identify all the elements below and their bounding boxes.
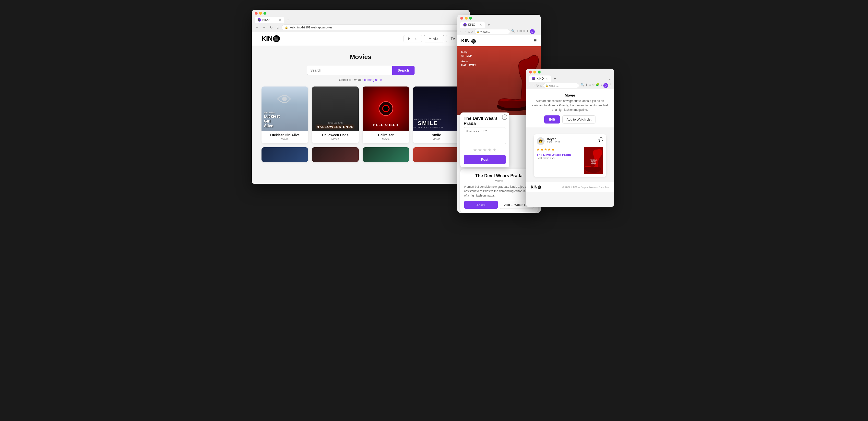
movie-type-luckiest: Movie xyxy=(265,138,305,141)
second-forward[interactable]: → xyxy=(464,30,467,34)
movie-card-hellraiser[interactable]: HELLRAISER Hellraiser Movie xyxy=(363,86,409,143)
home-button[interactable]: ⌂ xyxy=(276,25,280,30)
third-minimize-button[interactable] xyxy=(533,71,536,74)
second-more-icon[interactable]: ⋮ xyxy=(536,29,539,34)
third-bookmark-icon[interactable]: ☆ xyxy=(592,83,595,88)
coming-soon-link[interactable]: coming soon xyxy=(364,78,382,82)
svg-text:WEARS: WEARS xyxy=(591,161,596,163)
second-address-bar[interactable]: 🔒 watch... xyxy=(474,29,510,34)
movie-title-hellraiser: Hellraiser xyxy=(366,133,406,137)
third-share-icon[interactable]: ⬆ xyxy=(585,83,588,88)
third-new-tab[interactable]: + xyxy=(552,77,558,81)
review-textarea[interactable] xyxy=(464,127,506,144)
comment-icon: 💬 xyxy=(598,137,603,142)
refresh-button[interactable]: ↻ xyxy=(269,25,274,30)
review-comment: Best move ever xyxy=(537,157,581,160)
edit-button[interactable]: Edit xyxy=(544,115,560,123)
third-window-controls xyxy=(529,71,611,74)
post-review-button[interactable]: Post xyxy=(464,155,506,164)
second-active-tab[interactable]: 🎬 KINO ✕ xyxy=(460,22,485,28)
movie-card-luckiest[interactable]: 👁 Mila Kunis LuckiestGirlAlive Luckiest … xyxy=(261,86,308,143)
second-profile-avatar[interactable]: D xyxy=(530,29,535,34)
window-controls xyxy=(255,12,467,15)
second-back[interactable]: ← xyxy=(459,30,463,34)
star-5[interactable]: ★ xyxy=(493,147,497,153)
third-refresh[interactable]: ↻ xyxy=(536,84,539,87)
back-button[interactable]: ← xyxy=(254,25,259,30)
third-profile-avatar[interactable]: D xyxy=(603,83,608,88)
star-3[interactable]: ★ xyxy=(483,147,487,153)
mobile-logo: KIN 🎬 xyxy=(461,38,476,44)
home-nav-link[interactable]: Home xyxy=(404,35,422,43)
minimize-button[interactable] xyxy=(259,12,262,15)
movies-nav-link[interactable]: Movies xyxy=(424,35,444,43)
movie-card-smile[interactable]: ONCE YOU SEE IT IT'S TOO LATE SMILE ONLY… xyxy=(413,86,460,143)
poster-partial-4 xyxy=(413,147,460,162)
hamburger-icon[interactable]: ≡ xyxy=(534,38,537,43)
third-tab-close[interactable]: ✕ xyxy=(546,77,548,80)
review-star-3: ★ xyxy=(544,147,547,151)
third-browser-window: 🎬 KINO ✕ + ⌄ ← → ↻ ⌂ 🔒 watch... 🔍 xyxy=(526,68,614,207)
svg-text:THE DEVIL: THE DEVIL xyxy=(590,159,597,161)
second-share-icon[interactable]: ⬆ xyxy=(516,29,518,34)
second-home[interactable]: ⌂ xyxy=(471,30,473,34)
third-more-icon[interactable]: ⋮ xyxy=(609,83,612,88)
third-address-bar[interactable]: 🔒 watch... xyxy=(543,83,579,88)
star-rating[interactable]: ★ ★ ★ ★ ★ xyxy=(464,147,506,153)
second-bookmark-icon[interactable]: ☆ xyxy=(523,29,525,34)
second-downloads-icon[interactable]: ⬇ xyxy=(526,29,529,34)
maximize-button[interactable] xyxy=(264,12,267,15)
second-new-tab[interactable]: + xyxy=(486,23,491,27)
poster-partial-3 xyxy=(363,147,409,162)
third-toolbar: ← → ↻ ⌂ 🔒 watch... 🔍 ⬆ ⊞ ☆ 🧩 ≡ D ⋮ xyxy=(526,82,614,89)
third-tab-favicon: 🎬 xyxy=(532,77,535,80)
close-button[interactable] xyxy=(255,12,257,15)
second-tab-icon[interactable]: ⊞ xyxy=(519,29,522,34)
anne-hathaway-label: AnneHATHAWAY xyxy=(461,60,476,67)
star-1[interactable]: ★ xyxy=(473,147,477,153)
third-search-icon[interactable]: 🔍 xyxy=(581,83,584,88)
tab-close-icon[interactable]: ✕ xyxy=(279,18,281,22)
address-bar[interactable]: 🔒 watching-b9991.web.app/movies 🔍 ⊞ xyxy=(282,25,467,30)
third-home[interactable]: ⌂ xyxy=(540,84,542,87)
third-reading-icon[interactable]: ≡ xyxy=(600,83,602,88)
second-tab-label: KINO xyxy=(468,23,475,26)
share-button[interactable]: Share xyxy=(464,201,498,209)
second-close-button[interactable] xyxy=(460,17,463,20)
add-to-watchlist-button[interactable]: Add to Watch List xyxy=(562,115,595,123)
third-tabgrid-icon[interactable]: ⊞ xyxy=(589,83,591,88)
movie-card-halloween[interactable]: Jamie Lee Curtis HALLOWEEN ENDS Hallowee… xyxy=(312,86,359,143)
active-tab[interactable]: 🎬 KINO ✕ xyxy=(255,17,284,23)
second-minimize-button[interactable] xyxy=(465,17,468,20)
third-maximize-button[interactable] xyxy=(538,71,540,74)
star-4[interactable]: ★ xyxy=(488,147,492,153)
third-back[interactable]: ← xyxy=(528,84,531,87)
movie-card-partial-4[interactable] xyxy=(413,147,460,162)
movie-card-partial-1[interactable] xyxy=(261,147,308,162)
new-tab-button[interactable]: + xyxy=(285,18,291,22)
third-description: A smart but sensible new graduate lands … xyxy=(531,99,609,112)
third-extensions-icon[interactable]: 🧩 xyxy=(596,83,599,88)
third-forward[interactable]: → xyxy=(532,84,535,87)
movies-grid: 👁 Mila Kunis LuckiestGirlAlive Luckiest … xyxy=(261,86,460,143)
third-close-button[interactable] xyxy=(529,71,532,74)
second-search-icon[interactable]: 🔍 xyxy=(511,29,515,34)
second-refresh[interactable]: ↻ xyxy=(468,30,470,34)
movie-card-partial-2[interactable] xyxy=(312,147,359,162)
movie-card-partial-3[interactable] xyxy=(363,147,409,162)
search-input[interactable] xyxy=(307,66,392,75)
second-maximize-button[interactable] xyxy=(469,17,472,20)
tab-label: KINO xyxy=(262,18,270,22)
browser-chrome: 🎬 KINO ✕ + xyxy=(252,10,470,23)
second-tab-close[interactable]: ✕ xyxy=(480,23,482,26)
search-button[interactable]: Search xyxy=(392,66,414,75)
forward-button[interactable]: → xyxy=(261,25,267,30)
third-url: watch... xyxy=(549,84,559,87)
second-toolbar: ← → ↻ ⌂ 🔒 watch... 🔍 ⬆ ⊞ ☆ ⬇ D ⋮ xyxy=(457,28,540,35)
third-more-tabs[interactable]: ⌄ xyxy=(609,77,611,81)
coming-soon-prefix: Check out what's xyxy=(339,78,363,82)
review-close-button[interactable]: ✕ xyxy=(502,114,507,120)
third-active-tab[interactable]: 🎬 KINO ✕ xyxy=(529,76,551,82)
third-app-content: Movie A smart but sensible new graduate … xyxy=(526,89,614,207)
star-2[interactable]: ★ xyxy=(478,147,482,153)
